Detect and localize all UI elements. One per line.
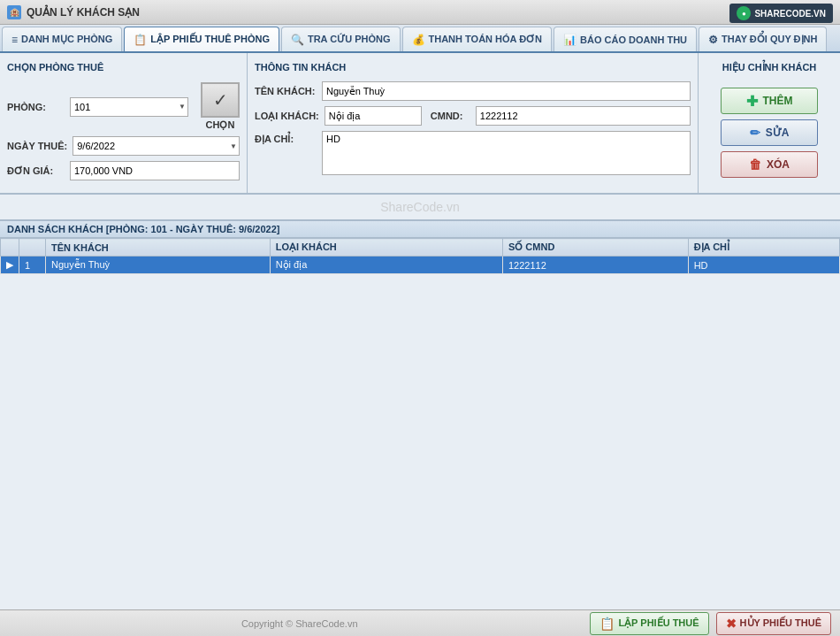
tab-bao-cao-label: BÁO CÁO DOANH THU (580, 34, 687, 45)
them-icon: ✚ (746, 93, 758, 110)
col-so-cmnd: SỐ CMND (502, 239, 688, 257)
ngay-thue-select[interactable]: 9/6/2022 (73, 136, 240, 156)
clipboard-icon: 📋 (134, 34, 147, 46)
ngay-thue-label: NGÀY THUÊ: (7, 141, 67, 151)
chon-label: CHỌN (206, 119, 235, 131)
row-dia-chi: HD (688, 257, 839, 274)
huy-phieu-icon: ✖ (726, 617, 737, 631)
app-title: QUẢN LÝ KHÁCH SẠN (27, 6, 140, 19)
hieu-chinh-khach-title: HIỆU CHỈNH KHÁCH (722, 60, 817, 75)
tab-danh-muc-phong[interactable]: ≡ DANH MỤC PHÒNG (2, 27, 122, 51)
thong-tin-khach-panel: THÔNG TIN KHÁCH TÊN KHÁCH: Nguyễn Thuỳ L… (248, 53, 699, 193)
row-ten-khach: Nguyễn Thuỳ (46, 257, 271, 274)
cmnd-label: CMND: (431, 111, 470, 121)
col-loai-khach: LOẠI KHÁCH (270, 239, 502, 257)
watermark-area: ShareCode.vn (0, 195, 840, 220)
table-section: DANH SÁCH KHÁCH [PHÒNG: 101 - NGÀY THUÊ:… (0, 220, 840, 274)
row-stt: 1 (19, 257, 46, 274)
dia-chi-row: ĐỊA CHỈ: HD (255, 131, 691, 175)
tab-tra-cuu-phong[interactable]: 🔍 TRA CỨU PHÒNG (281, 27, 401, 51)
sua-label: SỬA (766, 126, 790, 139)
tab-thanh-toan-hoa-don[interactable]: 💰 THANH TOÁN HÓA ĐƠN (402, 27, 553, 51)
bottom-buttons: 📋 LẬP PHIẾU THUÊ ✖ HỦY PHIẾU THUÊ (590, 612, 831, 635)
col-stt (19, 239, 46, 257)
huy-phieu-thue-button[interactable]: ✖ HỦY PHIẾU THUÊ (716, 612, 831, 635)
tab-bao-cao-doanh-thu[interactable]: 📊 BÁO CÁO DOANH THU (554, 27, 697, 51)
ten-khach-label: TÊN KHÁCH: (255, 86, 317, 96)
col-indicator (1, 239, 19, 257)
cmnd-input[interactable]: 1222112 (476, 106, 691, 126)
copyright-text: Copyright © ShareCode.vn (9, 618, 590, 629)
col-dia-chi: ĐỊA CHỈ (688, 239, 839, 257)
dia-chi-textarea[interactable]: HD (322, 131, 691, 175)
nav-tabs: ≡ DANH MỤC PHÒNG 📋 LẬP PHIẾU THUÊ PHÒNG … (0, 25, 840, 53)
chon-button-area: ✓ CHỌN (201, 82, 240, 131)
ten-khach-row: TÊN KHÁCH: Nguyễn Thuỳ (255, 81, 691, 101)
sua-button[interactable]: ✏ SỬA (721, 119, 818, 146)
col-ten-khach: TÊN KHÁCH (46, 239, 271, 257)
xoa-label: XÓA (767, 158, 790, 171)
chon-phong-thue-title: CHỌN PHÒNG THUÊ (7, 60, 240, 75)
money-icon: 💰 (412, 34, 425, 46)
tab-thay-doi-quy-dinh[interactable]: ⚙ THAY ĐỔI QUY ĐỊNH (699, 27, 827, 51)
row-arrow: ▶ (1, 257, 19, 274)
lap-phieu-thue-button[interactable]: 📋 LẬP PHIẾU THUÊ (590, 612, 708, 635)
chart-icon: 📊 (563, 34, 577, 46)
hieu-chinh-khach-panel: HIỆU CHỈNH KHÁCH ✚ THÊM ✏ SỬA 🗑 XÓA (699, 53, 840, 193)
tab-lap-phieu-label: LẬP PHIẾU THUÊ PHÒNG (150, 34, 270, 45)
chon-button[interactable]: ✓ (201, 82, 240, 118)
huy-phieu-label: HỦY PHIẾU THUÊ (740, 617, 821, 629)
tab-quy-dinh-label: THAY ĐỔI QUY ĐỊNH (722, 34, 817, 45)
table-row[interactable]: ▶ 1 Nguyễn Thuỳ Nội địa 1222112 HD (1, 257, 840, 274)
lap-phieu-icon: 📋 (599, 617, 615, 631)
sharecode-text: SHARECODE.VN (754, 9, 826, 19)
app-icon: 🏨 (7, 5, 21, 19)
don-gia-label: ĐƠN GIÁ: (7, 165, 65, 177)
bottom-bar: Copyright © ShareCode.vn 📋 LẬP PHIẾU THU… (0, 609, 840, 636)
lap-phieu-label: LẬP PHIẾU THUÊ (618, 617, 699, 629)
row-so-cmnd: 1222112 (502, 257, 688, 274)
ngay-thue-row: NGÀY THUÊ: 9/6/2022 ▼ (7, 136, 240, 156)
phong-label: PHÒNG: (7, 102, 65, 112)
guests-table: TÊN KHÁCH LOẠI KHÁCH SỐ CMND ĐỊA CHỈ ▶ 1… (0, 238, 840, 274)
xoa-button[interactable]: 🗑 XÓA (721, 151, 818, 178)
tab-danh-muc-phong-label: DANH MỤC PHÒNG (21, 34, 112, 45)
gear-icon: ⚙ (708, 34, 718, 46)
dia-chi-label: ĐỊA CHỈ: (255, 134, 317, 145)
loai-khach-input[interactable]: Nội địa (325, 106, 422, 126)
loai-khach-row: LOẠI KHÁCH: Nội địa CMND: 1222112 (255, 106, 691, 126)
main-content: CHỌN PHÒNG THUÊ PHÒNG: 101 102 103 ▼ ✓ (0, 53, 840, 609)
tab-thanh-toan-label: THANH TOÁN HÓA ĐƠN (429, 34, 543, 45)
tab-lap-phieu-thue-phong[interactable]: 📋 LẬP PHIẾU THUÊ PHÒNG (124, 27, 279, 51)
ten-khach-input[interactable]: Nguyễn Thuỳ (322, 81, 691, 101)
tab-tra-cuu-label: TRA CỨU PHÒNG (308, 34, 391, 45)
row-loai-khach: Nội địa (270, 257, 502, 274)
list-icon: ≡ (11, 34, 18, 46)
sua-icon: ✏ (750, 126, 760, 140)
phong-select[interactable]: 101 102 103 (70, 97, 188, 117)
thong-tin-khach-title: THÔNG TIN KHÁCH (255, 60, 691, 74)
table-header: DANH SÁCH KHÁCH [PHÒNG: 101 - NGÀY THUÊ:… (0, 221, 840, 238)
search-icon: 🔍 (291, 34, 304, 46)
don-gia-input[interactable]: 170,000 VND (70, 161, 240, 180)
phong-row: PHÒNG: 101 102 103 ▼ ✓ CHỌN (7, 82, 240, 131)
loai-khach-label: LOẠI KHÁCH: (255, 111, 319, 122)
top-section: CHỌN PHÒNG THUÊ PHÒNG: 101 102 103 ▼ ✓ (0, 53, 840, 195)
them-button[interactable]: ✚ THÊM (721, 88, 818, 114)
sharecode-logo: ● SHARECODE.VN (729, 4, 833, 23)
chon-phong-thue-panel: CHỌN PHÒNG THUÊ PHÒNG: 101 102 103 ▼ ✓ (0, 53, 248, 193)
don-gia-row: ĐƠN GIÁ: 170,000 VND (7, 161, 240, 180)
them-label: THÊM (763, 95, 793, 107)
xoa-icon: 🗑 (749, 157, 761, 172)
watermark-text: ShareCode.vn (377, 196, 463, 218)
